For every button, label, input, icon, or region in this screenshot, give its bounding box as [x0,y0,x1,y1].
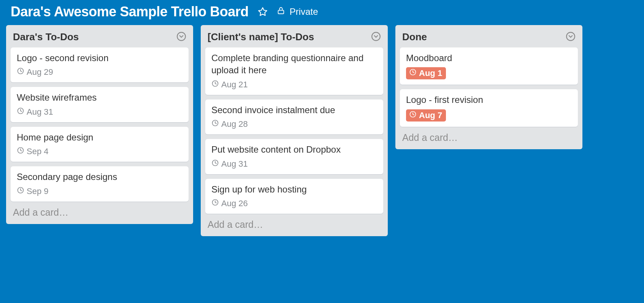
list: Dara's To-DosLogo - second revisionAug 2… [6,25,193,224]
due-date-badge[interactable]: Aug 29 [17,67,53,77]
card-title: Moodboard [406,52,572,64]
clock-icon [409,68,417,78]
list: [Client's name] To-DosComplete branding … [201,25,388,236]
list-title[interactable]: Dara's To-Dos [13,31,79,43]
svg-point-7 [372,32,380,41]
cards-container: MoodboardAug 1Logo - first revisionAug 7 [395,47,582,127]
list-header: Done [395,25,582,47]
cards-container: Logo - second revisionAug 29Website wire… [6,47,193,202]
due-date-text: Sep 4 [27,147,49,156]
lock-icon [277,6,285,17]
card-badges: Aug 7 [406,109,572,122]
card-badges: Aug 21 [211,80,377,90]
due-date-badge[interactable]: Aug 1 [406,67,446,79]
add-card-button[interactable]: Add a card… [6,202,193,222]
card-badges: Aug 31 [211,159,377,169]
card[interactable]: Secondary page designsSep 9 [11,166,189,201]
card-title: Home page design [17,131,182,144]
clock-icon [17,147,24,156]
card[interactable]: Website wireframesAug 31 [11,87,189,122]
list-title[interactable]: [Client's name] To-Dos [208,31,314,43]
due-date-badge[interactable]: Aug 7 [406,109,446,122]
card-title: Logo - second revision [17,52,182,64]
chevron-down-circle-icon [566,32,576,43]
card-badges: Sep 9 [17,186,182,196]
clock-icon [17,67,24,77]
privacy-button[interactable]: Private [277,6,318,17]
lists-container: Dara's To-DosLogo - second revisionAug 2… [0,25,644,236]
card-title: Put website content on Dropbox [211,144,377,156]
card[interactable]: Second invoice instalment dueAug 28 [205,99,383,134]
due-date-text: Aug 28 [221,119,248,129]
board-header: Dara's Awesome Sample Trello Board Priva… [0,0,644,25]
card-title: Second invoice instalment due [211,104,377,116]
list-menu-button[interactable] [566,32,576,43]
card-badges: Aug 29 [17,67,182,77]
due-date-badge[interactable]: Aug 28 [211,119,248,129]
due-date-badge[interactable]: Sep 4 [17,147,49,156]
clock-icon [17,186,24,196]
chevron-down-circle-icon [371,32,381,43]
clock-icon [17,107,24,117]
add-card-button[interactable]: Add a card… [395,127,582,147]
due-date-text: Aug 7 [419,110,442,120]
card-title: Complete branding questionnaire and uplo… [211,52,377,77]
due-date-text: Aug 1 [419,68,442,78]
clock-icon [409,110,417,120]
card[interactable]: Complete branding questionnaire and uplo… [205,47,383,95]
due-date-text: Aug 21 [221,80,248,90]
list-header: Dara's To-Dos [6,25,193,47]
due-date-badge[interactable]: Aug 31 [17,107,53,117]
card[interactable]: Put website content on DropboxAug 31 [205,139,383,174]
card-badges: Sep 4 [17,147,182,156]
clock-icon [211,159,219,169]
card-badges: Aug 1 [406,67,572,79]
list-menu-button[interactable] [371,32,381,43]
list-header: [Client's name] To-Dos [201,25,388,47]
card-title: Secondary page designs [17,171,182,183]
card-title: Website wireframes [17,92,182,104]
card[interactable]: Logo - first revisionAug 7 [400,89,578,126]
clock-icon [211,80,219,90]
card-title: Logo - first revision [406,94,572,106]
list: DoneMoodboardAug 1Logo - first revisionA… [395,25,582,149]
star-icon[interactable] [258,7,268,17]
cards-container: Complete branding questionnaire and uplo… [201,47,388,214]
due-date-text: Aug 29 [27,67,53,77]
list-title[interactable]: Done [402,31,427,43]
svg-marker-0 [259,8,267,16]
due-date-badge[interactable]: Aug 31 [211,159,248,169]
clock-icon [211,199,219,208]
svg-point-2 [177,32,186,41]
due-date-badge[interactable]: Aug 26 [211,199,248,208]
due-date-text: Aug 31 [27,107,53,117]
card[interactable]: Sign up for web hostingAug 26 [205,179,383,214]
add-card-button[interactable]: Add a card… [201,214,388,234]
privacy-label: Private [290,6,318,17]
chevron-down-circle-icon [176,32,186,43]
due-date-badge[interactable]: Sep 9 [17,186,49,196]
svg-point-12 [566,32,575,41]
card-badges: Aug 28 [211,119,377,129]
due-date-text: Sep 9 [27,186,49,196]
card-badges: Aug 26 [211,199,377,208]
due-date-badge[interactable]: Aug 21 [211,80,248,90]
card[interactable]: Logo - second revisionAug 29 [11,47,189,82]
card[interactable]: Home page designSep 4 [11,127,189,162]
due-date-text: Aug 31 [221,159,248,169]
list-menu-button[interactable] [176,32,186,43]
card[interactable]: MoodboardAug 1 [400,47,578,85]
board-title[interactable]: Dara's Awesome Sample Trello Board [11,4,249,20]
svg-rect-1 [278,10,284,14]
due-date-text: Aug 26 [221,199,248,208]
card-title: Sign up for web hosting [211,183,377,196]
card-badges: Aug 31 [17,107,182,117]
clock-icon [211,119,219,129]
